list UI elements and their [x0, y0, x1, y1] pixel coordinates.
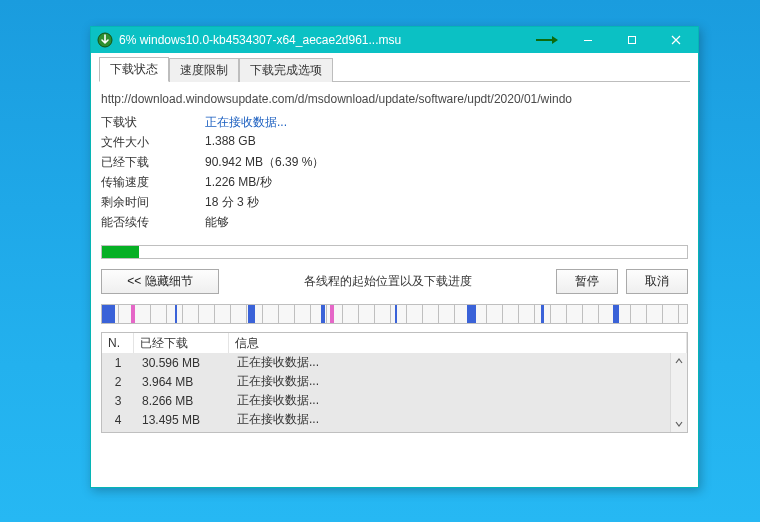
value-downloaded: 90.942 MB（6.39 %）: [205, 154, 688, 171]
status-grid: 下载状 正在接收数据... 文件大小 1.388 GB 已经下载 90.942 …: [101, 114, 688, 231]
download-dialog: 6% windows10.0-kb4534307-x64_aecae2d961.…: [90, 26, 699, 488]
idm-app-icon: [97, 32, 113, 48]
table-row[interactable]: 1 30.596 MB 正在接收数据...: [102, 353, 671, 372]
svg-rect-1: [584, 40, 592, 41]
value-status: 正在接收数据...: [205, 114, 688, 131]
tab-download-status[interactable]: 下载状态: [99, 57, 169, 82]
row-n: 1: [102, 356, 134, 370]
label-filesize: 文件大小: [101, 134, 181, 151]
maximize-button[interactable]: [610, 27, 654, 53]
tab-completion-options[interactable]: 下载完成选项: [239, 58, 333, 82]
label-status: 下载状: [101, 114, 181, 131]
row-downloaded: 30.596 MB: [134, 356, 229, 370]
table-row[interactable]: 4 13.495 MB 正在接收数据...: [102, 410, 671, 429]
pause-button[interactable]: 暂停: [556, 269, 618, 294]
col-header-downloaded[interactable]: 已经下载: [134, 333, 229, 353]
scroll-down-icon[interactable]: [671, 416, 687, 432]
thread-table: N. 已经下载 信息 1 30.596 MB 正在接收数据... 2 3.964…: [101, 332, 688, 433]
overall-progress-bar: [101, 245, 688, 259]
label-downloaded: 已经下载: [101, 154, 181, 171]
button-row: << 隐藏细节 各线程的起始位置以及下载进度 暂停 取消: [101, 269, 688, 294]
label-speed: 传输速度: [101, 174, 181, 191]
segment-map: [101, 304, 688, 324]
progress-arrow-icon: [530, 27, 560, 53]
row-info: 正在接收数据...: [229, 373, 671, 390]
thread-table-header: N. 已经下载 信息: [102, 333, 687, 354]
svg-rect-2: [629, 37, 636, 44]
table-scrollbar[interactable]: [670, 353, 687, 432]
table-row[interactable]: 3 8.266 MB 正在接收数据...: [102, 391, 671, 410]
dialog-body: 下载状态 速度限制 下载完成选项 http://download.windows…: [91, 53, 698, 487]
col-header-info[interactable]: 信息: [229, 333, 687, 353]
label-remaining: 剩余时间: [101, 194, 181, 211]
titlebar[interactable]: 6% windows10.0-kb4534307-x64_aecae2d961.…: [91, 27, 698, 53]
row-info: 正在接收数据...: [229, 411, 671, 428]
value-speed: 1.226 MB/秒: [205, 174, 688, 191]
minimize-button[interactable]: [566, 27, 610, 53]
close-button[interactable]: [654, 27, 698, 53]
scroll-up-icon[interactable]: [671, 353, 687, 369]
label-resume: 能否续传: [101, 214, 181, 231]
row-n: 3: [102, 394, 134, 408]
row-info: 正在接收数据...: [229, 392, 671, 409]
window-title: 6% windows10.0-kb4534307-x64_aecae2d961.…: [119, 33, 401, 47]
table-row[interactable]: 2 3.964 MB 正在接收数据...: [102, 372, 671, 391]
col-header-n[interactable]: N.: [102, 333, 134, 353]
value-remaining: 18 分 3 秒: [205, 194, 688, 211]
row-info: 正在接收数据...: [229, 354, 671, 371]
row-downloaded: 8.266 MB: [134, 394, 229, 408]
row-downloaded: 3.964 MB: [134, 375, 229, 389]
value-resume: 能够: [205, 214, 688, 231]
value-filesize: 1.388 GB: [205, 134, 688, 151]
cancel-button[interactable]: 取消: [626, 269, 688, 294]
row-downloaded: 13.495 MB: [134, 413, 229, 427]
thread-table-body: 1 30.596 MB 正在接收数据... 2 3.964 MB 正在接收数据.…: [102, 353, 671, 432]
window-controls: [566, 27, 698, 53]
hide-details-button[interactable]: << 隐藏细节: [101, 269, 219, 294]
download-url: http://download.windowsupdate.com/d/msdo…: [101, 92, 688, 106]
row-n: 4: [102, 413, 134, 427]
row-n: 2: [102, 375, 134, 389]
overall-progress-fill: [102, 246, 139, 258]
tab-speed-limit[interactable]: 速度限制: [169, 58, 239, 82]
tab-strip: 下载状态 速度限制 下载完成选项: [99, 59, 690, 82]
thread-map-label: 各线程的起始位置以及下载进度: [227, 273, 548, 290]
